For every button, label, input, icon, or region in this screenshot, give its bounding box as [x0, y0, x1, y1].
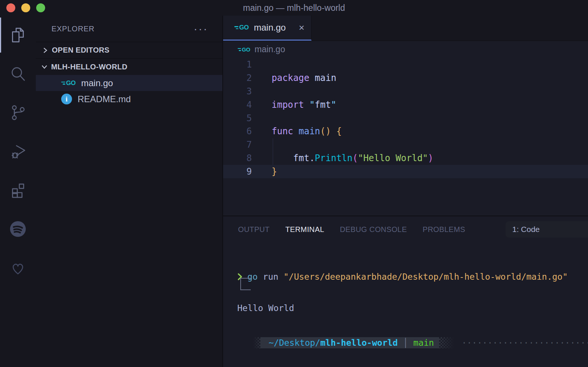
source-control-icon: [9, 104, 26, 121]
tab-label: main.go: [254, 22, 285, 33]
line-number: 5: [223, 113, 252, 123]
explorer-sidebar: EXPLORER ··· OPEN EDITORS MLH-HELLO-WORL…: [36, 16, 223, 367]
activity-search[interactable]: [0, 54, 36, 93]
segment-separator: │: [398, 338, 413, 348]
code-line[interactable]: 7: [223, 138, 588, 151]
zoom-window-button[interactable]: [36, 3, 45, 12]
line-text: import "fmt": [252, 100, 336, 110]
run-debug-icon: [9, 143, 26, 160]
window-title: main.go — mlh-hello-world: [0, 3, 588, 13]
go-icon: GO: [234, 24, 248, 31]
panel-tab-debug-console[interactable]: DEBUG CONSOLE: [340, 225, 407, 234]
code-editor[interactable]: 12package main34import "fmt"56func main(…: [223, 58, 588, 216]
activity-liked-songs[interactable]: [0, 248, 36, 287]
activity-run-debug[interactable]: [0, 132, 36, 171]
line-text: fmt.Println("Hello World"): [252, 153, 434, 163]
panel-tab-problems[interactable]: PROBLEMS: [423, 225, 465, 234]
extensions-icon: [9, 182, 26, 199]
editor-region: GO main.go × GO main.go 12package main34…: [223, 16, 588, 367]
panel-header: OUTPUTTERMINALDEBUG CONSOLEPROBLEMS 1: C…: [223, 216, 588, 242]
close-window-button[interactable]: [6, 3, 15, 12]
code-line[interactable]: 4import "fmt": [223, 98, 588, 112]
file-name: main.go: [81, 78, 113, 88]
line-number: 2: [223, 73, 252, 83]
segment-fade-left: [253, 337, 260, 348]
breadcrumb[interactable]: GO main.go: [223, 41, 588, 58]
section-open-editors[interactable]: OPEN EDITORS: [36, 42, 222, 59]
close-tab-icon[interactable]: ×: [299, 23, 304, 32]
line-number: 8: [223, 153, 252, 163]
line-number: 4: [223, 100, 252, 110]
terminal-selector-dropdown[interactable]: 1: Code: [506, 221, 588, 238]
go-icon: GO: [238, 46, 250, 53]
line-number: 7: [223, 139, 252, 150]
code-line[interactable]: 1: [223, 58, 588, 71]
code-line[interactable]: 3: [223, 85, 588, 98]
line-text: package main: [252, 73, 336, 83]
vscode-window: main.go — mlh-hello-world: [0, 0, 588, 367]
files-icon: [9, 26, 26, 44]
cwd-path: ~/Desktop/: [269, 338, 320, 348]
activity-spotify[interactable]: [0, 210, 36, 248]
terminal-command-line: go run "/Users/deepankarbhade/Desktop/ml…: [237, 272, 588, 282]
titlebar: main.go — mlh-hello-world: [0, 0, 588, 16]
activity-extensions[interactable]: [0, 171, 36, 210]
chevron-right-icon: [41, 47, 49, 54]
prompt-segment: ~/Desktop/mlh-hello-world │ main: [260, 337, 439, 348]
tab-main-go[interactable]: GO main.go ×: [223, 16, 312, 41]
file-item-main-go[interactable]: GO main.go: [36, 75, 222, 91]
activity-source-control[interactable]: [0, 93, 36, 132]
activity-bar: [0, 16, 36, 367]
line-number: 3: [223, 86, 252, 97]
line-number: 1: [223, 59, 252, 70]
panel-tab-output[interactable]: OUTPUT: [238, 225, 270, 234]
activity-explorer[interactable]: [0, 16, 36, 54]
code-line[interactable]: 5: [223, 112, 588, 125]
terminal-output-line: Hello World: [237, 303, 588, 313]
prompt-fill-dots: ·························: [462, 338, 588, 348]
code-line[interactable]: 2package main: [223, 71, 588, 85]
line-number: 9: [223, 166, 252, 177]
prompt-connector: [240, 278, 251, 290]
heart-icon: [9, 259, 26, 276]
code-line[interactable]: 9}: [223, 165, 588, 178]
git-branch: main: [413, 338, 434, 348]
traffic-lights: [6, 3, 45, 12]
tab-bar: GO main.go ×: [223, 16, 588, 41]
line-text: }: [252, 166, 277, 177]
go-icon: GO: [61, 79, 75, 87]
cwd-folder: mlh-hello-world: [320, 338, 398, 348]
code-line[interactable]: 8 fmt.Println("Hello World"): [223, 151, 588, 165]
section-folder[interactable]: MLH-HELLO-WORLD: [36, 59, 222, 75]
breadcrumb-item: main.go: [254, 44, 285, 54]
bottom-panel: OUTPUTTERMINALDEBUG CONSOLEPROBLEMS 1: C…: [223, 216, 588, 367]
panel-tab-terminal[interactable]: TERMINAL: [285, 225, 324, 234]
file-name: README.md: [78, 94, 131, 104]
segment-fade-right: [439, 337, 457, 348]
file-item-readme[interactable]: i README.md: [36, 91, 222, 107]
indent-guide: [273, 138, 273, 165]
line-number: 6: [223, 126, 252, 137]
code-line[interactable]: 6func main() {: [223, 125, 588, 138]
terminal[interactable]: go run "/Users/deepankarbhade/Desktop/ml…: [223, 242, 588, 367]
chevron-down-icon: [41, 63, 48, 70]
info-icon: i: [61, 94, 72, 104]
sidebar-title: EXPLORER: [51, 25, 94, 33]
minimize-window-button[interactable]: [21, 3, 30, 12]
line-text: func main() {: [252, 126, 342, 137]
terminal-prompt-line: ~/Desktop/mlh-hello-world │ main ·······…: [253, 336, 588, 349]
more-actions-icon[interactable]: ···: [194, 27, 208, 31]
spotify-icon: [9, 220, 26, 238]
search-icon: [9, 65, 26, 82]
